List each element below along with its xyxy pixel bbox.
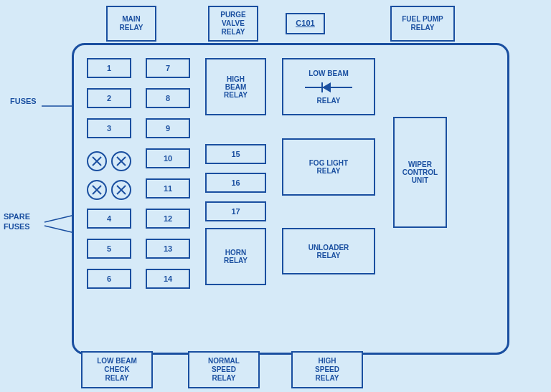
horn-relay: HORN RELAY — [205, 228, 266, 285]
fuse-5: 5 — [87, 239, 131, 259]
fuse-12: 12 — [146, 209, 190, 229]
low-beam-relay-inner: LOW BEAM RELAY — [282, 58, 375, 115]
main-relay: MAIN RELAY — [106, 6, 156, 42]
svg-marker-13 — [322, 82, 331, 92]
fuse-2: 2 — [87, 88, 131, 108]
c101: C101 — [286, 13, 325, 34]
fuse-9: 9 — [146, 118, 190, 138]
fuse-17: 17 — [205, 201, 266, 221]
fuse-4: 4 — [87, 209, 131, 229]
fuse-13: 13 — [146, 239, 190, 259]
fuse-6: 6 — [87, 269, 131, 289]
fuse-7: 7 — [146, 58, 190, 78]
diagram-container: FUSES SPAREFUSES MAIN RELAY PURGE VALVE … — [0, 0, 551, 392]
unloader-relay: UNLOADER RELAY — [282, 228, 375, 274]
spare-fuse-circle-1 — [87, 151, 107, 171]
spare-fuses-label: SPAREFUSES — [4, 211, 30, 232]
fuse-10: 10 — [146, 148, 190, 168]
high-beam-relay: HIGH BEAM RELAY — [205, 58, 266, 115]
high-speed-relay: HIGH SPEED RELAY — [291, 351, 363, 388]
fuses-label: FUSES — [10, 97, 37, 105]
fuse-3: 3 — [87, 118, 131, 138]
fuse-1: 1 — [87, 58, 131, 78]
fuse-14: 14 — [146, 269, 190, 289]
fuse-8: 8 — [146, 88, 190, 108]
fuse-16: 16 — [205, 173, 266, 193]
purge-valve-relay: PURGE VALVE RELAY — [208, 6, 258, 42]
fuse-11: 11 — [146, 178, 190, 199]
fog-light-relay: FOG LIGHT RELAY — [282, 138, 375, 196]
spare-fuse-circle-4 — [111, 180, 131, 200]
spare-fuse-circle-2 — [111, 151, 131, 171]
fuel-pump-relay: FUEL PUMP RELAY — [390, 6, 455, 42]
wiper-control-unit: WIPER CONTROL UNIT — [393, 117, 447, 228]
spare-fuse-circle-3 — [87, 180, 107, 200]
main-fuse-box: 1 2 3 4 5 6 — [72, 43, 509, 355]
low-beam-check-relay: LOW BEAM CHECK RELAY — [81, 351, 153, 388]
fuse-15: 15 — [205, 144, 266, 164]
normal-speed-relay: NORMAL SPEED RELAY — [188, 351, 260, 388]
